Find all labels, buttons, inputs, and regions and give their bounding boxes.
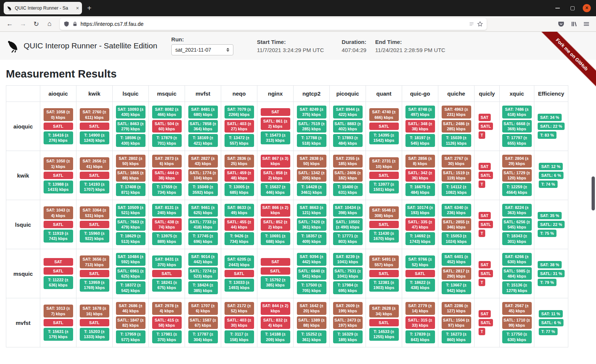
satl-badge[interactable]: SATL bbox=[80, 172, 109, 179]
satl-badge[interactable]: SATL: 2486 (± 285) kbps bbox=[442, 120, 471, 133]
satl-badge[interactable]: SATL bbox=[261, 267, 290, 275]
satl-badge[interactable]: SATL: 7420 (± 361) kbps bbox=[297, 218, 326, 231]
t-badge[interactable]: T: 16416 (± 276) kbps bbox=[44, 131, 73, 144]
t-badge[interactable]: T: 14900 (± 1243) kbps bbox=[80, 131, 109, 144]
t-badge[interactable]: T: 9426 (± 734) kbps bbox=[225, 232, 254, 245]
sat-badge[interactable]: SAT: 844 (± 2) kbps bbox=[261, 302, 290, 315]
sat-badge[interactable]: SAT: 9394 (± 442) kbps bbox=[297, 253, 326, 266]
t-badge[interactable]: T bbox=[479, 230, 486, 237]
t-badge[interactable]: T: 13975 (± 889) kbps bbox=[152, 232, 182, 245]
sat-badge[interactable]: SAT: 2838 (± 50) kbps bbox=[297, 155, 326, 168]
satl-badge[interactable]: SATL: 438 (± 74) kbps bbox=[152, 218, 182, 231]
run-select[interactable]: sat_2021-11-07 bbox=[171, 44, 233, 55]
sat-badge[interactable]: SAT: 6340 (± 236) kbps bbox=[442, 204, 471, 217]
t-badge[interactable]: T: 17745 (± 696) kbps bbox=[188, 232, 218, 245]
satl-badge[interactable]: SATL bbox=[479, 123, 493, 130]
sat-badge[interactable]: SAT: 867 (± 3) kbps bbox=[261, 155, 290, 168]
sat-badge[interactable]: SAT: 2836 (± 25) kbps bbox=[225, 155, 254, 168]
sat-badge[interactable]: SAT: 5546 (± 308) kbps bbox=[369, 206, 399, 219]
library-icon[interactable] bbox=[571, 21, 577, 27]
satl-badge[interactable]: SATL: 2855 (± 346) kbps bbox=[442, 218, 471, 231]
satl-badge[interactable]: SATL: 403 (± 27) kbps bbox=[225, 120, 254, 133]
t-badge[interactable]: T: 15631 (± 179) kbps bbox=[44, 328, 73, 341]
sat-badge[interactable]: SAT: 2731 (± 10) kbps bbox=[369, 157, 399, 170]
sat-badge[interactable]: SAT bbox=[479, 212, 491, 219]
satl-badge[interactable]: SATL: 2473 (± 197) kbps bbox=[333, 316, 363, 329]
satl-badge[interactable]: SATL: 6 % bbox=[539, 319, 564, 326]
sat-badge[interactable]: SAT: 8239 (± 1041) kbps bbox=[333, 253, 363, 266]
sat-badge[interactable]: SAT: 2827 (± 43) kbps bbox=[188, 155, 218, 168]
t-badge[interactable]: T: 17797 (± 655) kbps bbox=[502, 134, 532, 147]
satl-badge[interactable]: SATL: 1504 (± 97) kbps bbox=[442, 316, 471, 329]
sat-badge[interactable]: SAT bbox=[261, 108, 290, 116]
t-badge[interactable]: T: 14428 (± 3461) kbps bbox=[297, 183, 326, 196]
sat-badge[interactable]: SAT: 2779 (± 14) kbps bbox=[405, 302, 435, 315]
satl-badge[interactable]: SATL: 335 (± 47) kbps bbox=[405, 218, 435, 231]
menu-icon[interactable] bbox=[583, 21, 589, 27]
sat-badge[interactable]: SAT: 8944 (± 422) kbps bbox=[333, 106, 363, 119]
sat-badge[interactable]: SAT: 5491 (± 557) kbps bbox=[369, 255, 399, 268]
t-badge[interactable]: T: 14395 (± 1542) kbps bbox=[369, 131, 399, 144]
satl-badge[interactable]: SATL: 1587 (± 67) kbps bbox=[188, 316, 218, 329]
sat-badge[interactable]: SAT: 8663 (± 121) kbps bbox=[297, 204, 326, 217]
satl-badge[interactable]: SATL: 1774 (± 104) kbps bbox=[188, 169, 218, 182]
sat-badge[interactable]: SAT: 8224 (± 363) kbps bbox=[502, 204, 532, 217]
satl-badge[interactable]: SATL bbox=[369, 172, 399, 179]
sat-badge[interactable]: SAT: 2802 (± 50) kbps bbox=[116, 155, 145, 168]
t-badge[interactable]: T: 17879 (± 701) kbps bbox=[152, 134, 182, 147]
sat-badge[interactable]: SAT bbox=[479, 310, 491, 317]
satl-badge[interactable]: SATL bbox=[479, 221, 493, 228]
sat-badge[interactable]: SAT: 9014 (± 442) kbps bbox=[188, 253, 218, 266]
sat-badge[interactable]: SAT: 34 % bbox=[538, 114, 562, 121]
satl-badge[interactable]: SATL bbox=[369, 123, 399, 130]
scrollbar-thumb[interactable] bbox=[592, 176, 595, 210]
sat-badge[interactable]: SAT: 38 % bbox=[538, 261, 562, 268]
t-badge[interactable]: T: 14533 (± 1255) kbps bbox=[369, 328, 399, 341]
satl-badge[interactable]: SATL: 1847 (± 82) kbps bbox=[116, 316, 145, 329]
sat-badge[interactable]: SAT: 10093 (± 430) kbps bbox=[116, 106, 145, 119]
sat-badge[interactable]: SAT: 2172 (± 52) kbps bbox=[225, 302, 254, 315]
satl-badge[interactable]: SATL bbox=[152, 270, 182, 277]
t-badge[interactable]: T: 11919 (± 743) kbps bbox=[44, 230, 73, 243]
home-button[interactable]: ⌂ bbox=[44, 18, 55, 30]
sat-badge[interactable]: SAT: 2760 (± 611) kbps bbox=[80, 108, 109, 121]
t-badge[interactable]: T: 15136 (± 1279) kbps bbox=[502, 281, 532, 294]
sat-badge[interactable]: SAT: 1678 (± 16) kbps bbox=[80, 305, 109, 317]
satl-badge[interactable]: SATL: 6668 (± 369) kbps bbox=[502, 120, 532, 133]
t-badge[interactable]: T: 79 % bbox=[538, 279, 556, 286]
sat-badge[interactable]: SAT: 7079 (± 2266) kbps bbox=[225, 106, 254, 119]
satl-badge[interactable]: SATL: 415 (± 58) kbps bbox=[152, 316, 182, 329]
t-badge[interactable]: T: 16273 (± 860) kbps bbox=[442, 330, 471, 343]
satl-badge[interactable]: SATL: 7531 (± 1041) kbps bbox=[333, 267, 363, 280]
satl-badge[interactable]: SATL: 6256 (± 545) kbps bbox=[502, 218, 532, 231]
t-badge[interactable]: T: 17787 (± 304) kbps bbox=[188, 330, 218, 343]
maximize-button[interactable] bbox=[568, 4, 577, 13]
satl-badge[interactable]: SATL: 504 (± 60) kbps bbox=[152, 120, 182, 133]
t-badge[interactable]: T: 18372 (± 542) kbps bbox=[116, 281, 145, 294]
pocket-icon[interactable] bbox=[558, 21, 564, 27]
t-badge[interactable]: T: 3117 (± 158) kbps bbox=[225, 330, 254, 343]
satl-badge[interactable]: SATL: 852 (± 2) kbps bbox=[261, 218, 290, 231]
satl-badge[interactable]: SATL bbox=[44, 123, 73, 130]
sat-badge[interactable]: SAT: 10509 (± 521) kbps bbox=[116, 204, 145, 217]
sat-badge[interactable]: SAT bbox=[479, 163, 491, 170]
sat-badge[interactable]: SAT: 8481 (± 680) kbps bbox=[188, 106, 218, 119]
satl-badge[interactable]: SATL bbox=[405, 270, 435, 277]
satl-badge[interactable]: SATL: 5985 (± 484) kbps bbox=[502, 267, 532, 280]
sat-badge[interactable]: SAT: 2286 (± 127) kbps bbox=[442, 302, 471, 315]
sat-badge[interactable]: SAT: 1050 (± 1) kbps bbox=[44, 157, 73, 170]
t-badge[interactable]: T: 14193 (± 1707) kbps bbox=[80, 181, 109, 193]
t-badge[interactable]: T: 16675 (± 484) kbps bbox=[405, 183, 435, 196]
t-badge[interactable]: T: 18197 (± 545) kbps bbox=[405, 134, 435, 147]
satl-badge[interactable]: SATL: 315 (± 33) kbps bbox=[405, 316, 435, 329]
satl-badge[interactable]: SATL: 7733 (± 418) kbps bbox=[188, 218, 218, 231]
sat-badge[interactable]: SAT: 2804 (± 29) kbps bbox=[502, 155, 532, 168]
t-badge[interactable]: T: 16329 (± 189) kbps bbox=[333, 330, 363, 343]
sat-badge[interactable]: SAT: 6205 (± 2443) kbps bbox=[225, 255, 254, 268]
sat-badge[interactable]: SAT: 8633 (± 49) kbps bbox=[225, 204, 254, 217]
t-badge[interactable]: T: 15960 (± 922) kbps bbox=[80, 230, 109, 243]
sat-badge[interactable]: SAT: 3364 (± 531) kbps bbox=[80, 206, 109, 219]
satl-badge[interactable]: SATL bbox=[479, 270, 493, 277]
sat-badge[interactable]: SAT: 866 (± 2) kbps bbox=[261, 204, 290, 217]
fork-ribbon-link[interactable]: Fork me on GitHub bbox=[535, 32, 596, 91]
